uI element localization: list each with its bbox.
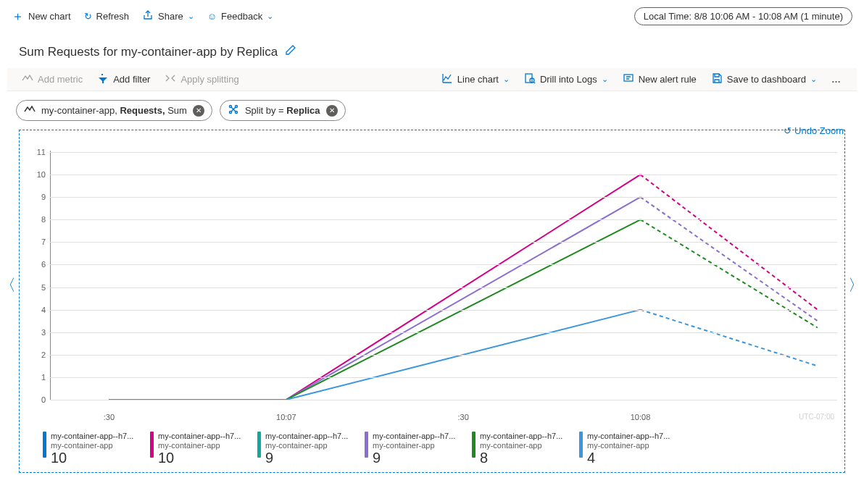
legend-item[interactable]: my-container-app--h7... my-container-app…: [150, 432, 252, 466]
smiley-icon: ☺: [207, 11, 217, 22]
legend-name: my-container-app--h7...: [158, 432, 241, 441]
next-button[interactable]: 〉: [848, 274, 864, 296]
legend-name: my-container-app--h7...: [51, 432, 133, 441]
share-button[interactable]: Share ⌄: [142, 9, 194, 23]
legend-value: 10: [51, 450, 133, 466]
logs-icon: [524, 72, 536, 86]
x-tick: :30: [104, 413, 115, 421]
legend-sub: my-container-app: [158, 441, 241, 450]
legend-name: my-container-app--h7...: [587, 432, 670, 441]
grid-line: [50, 377, 837, 378]
save-dashboard-label: Save to dashboard: [727, 74, 806, 85]
new-chart-button[interactable]: ＋ New chart: [12, 8, 71, 25]
legend-swatch: [579, 432, 583, 458]
split-icon: [165, 72, 176, 86]
chevron-down-icon: ⌄: [810, 75, 817, 84]
chip-split-prefix: Split by =: [245, 105, 286, 116]
time-range-selector[interactable]: Local Time: 8/8 10:06 AM - 10:08 AM (1 m…: [634, 7, 852, 25]
y-tick: 10: [28, 170, 46, 179]
close-icon[interactable]: ✕: [326, 105, 338, 117]
new-alert-label: New alert rule: [639, 74, 697, 85]
new-alert-button[interactable]: New alert rule: [623, 72, 697, 86]
save-dashboard-button[interactable]: Save to dashboard ⌄: [711, 72, 817, 86]
y-tick: 8: [28, 215, 46, 224]
drill-logs-label: Drill into Logs: [540, 74, 597, 85]
legend-swatch: [43, 432, 46, 458]
refresh-label: Refresh: [96, 11, 130, 22]
chip-metric-prefix: my-container-app,: [41, 105, 120, 116]
svg-rect-2: [624, 75, 633, 81]
grid-line: [50, 197, 837, 198]
alert-icon: [623, 72, 634, 86]
split-chip[interactable]: Split by = Replica ✕: [220, 100, 346, 121]
x-tick: 10:07: [276, 413, 296, 421]
y-tick: 3: [28, 328, 46, 337]
chart-legend: my-container-app--h7... my-container-app…: [22, 429, 842, 468]
chevron-down-icon: ⌄: [503, 75, 510, 84]
close-icon[interactable]: ✕: [193, 105, 204, 117]
legend-swatch: [150, 432, 154, 458]
legend-item[interactable]: my-container-app--h7... my-container-app…: [257, 432, 359, 466]
add-metric-button: Add metric: [22, 72, 83, 86]
new-chart-label: New chart: [28, 11, 71, 22]
y-tick: 7: [28, 238, 46, 246]
chevron-down-icon: ⌄: [602, 75, 608, 84]
legend-item[interactable]: my-container-app--h7... my-container-app…: [472, 432, 573, 466]
legend-value: 4: [587, 450, 670, 466]
undo-icon: ↺: [784, 125, 792, 136]
chip-split-value: Replica: [286, 105, 320, 116]
y-tick: 2: [28, 350, 46, 359]
y-tick: 9: [28, 193, 46, 201]
refresh-icon: ↻: [84, 11, 92, 22]
line-chart[interactable]: 01234567891011: [50, 138, 837, 413]
plus-icon: ＋: [12, 8, 24, 25]
feedback-button[interactable]: ☺ Feedback ⌄: [207, 11, 273, 22]
prev-button[interactable]: 〈: [0, 274, 16, 296]
grid-line: [50, 400, 837, 400]
grid-line: [50, 219, 837, 220]
edit-title-icon[interactable]: [285, 44, 296, 59]
drill-logs-button[interactable]: Drill into Logs ⌄: [524, 72, 608, 86]
grid-line: [50, 264, 837, 265]
grid-line: [50, 355, 837, 356]
legend-name: my-container-app--h7...: [480, 432, 562, 441]
grid-line: [50, 287, 837, 288]
chip-metric-bold: Requests,: [120, 105, 167, 116]
feedback-label: Feedback: [221, 11, 262, 22]
undo-zoom-label: Undo Zoom: [794, 125, 844, 136]
chip-metric-suffix: Sum: [167, 105, 187, 116]
grid-line: [50, 332, 837, 333]
add-metric-label: Add metric: [38, 74, 83, 85]
chevron-down-icon: ⌄: [267, 12, 273, 21]
undo-zoom-button[interactable]: ↺ Undo Zoom: [784, 125, 844, 136]
legend-sub: my-container-app: [587, 441, 670, 450]
legend-value: 9: [265, 450, 348, 466]
add-filter-button[interactable]: Add filter: [97, 72, 150, 86]
save-icon: [711, 72, 723, 86]
legend-sub: my-container-app: [480, 441, 562, 450]
grid-line: [50, 310, 837, 311]
series-line-forecast: [641, 197, 818, 321]
split-icon: [228, 104, 239, 117]
legend-item[interactable]: my-container-app--h7... my-container-app…: [43, 432, 144, 466]
x-tick: :30: [457, 413, 468, 421]
legend-item[interactable]: my-container-app--h7... my-container-app…: [365, 432, 466, 466]
series-line-forecast: [641, 219, 818, 327]
legend-name: my-container-app--h7...: [373, 432, 455, 441]
metric-chip[interactable]: my-container-app, Requests, Sum ✕: [16, 100, 212, 121]
legend-item[interactable]: my-container-app--h7... my-container-app…: [579, 432, 681, 466]
grid-line: [50, 175, 837, 175]
more-button[interactable]: …: [831, 74, 842, 85]
metric-icon: [24, 104, 36, 117]
chart-type-selector[interactable]: Line chart ⌄: [441, 72, 510, 86]
timezone-label: UTC-07:00: [799, 413, 834, 421]
add-filter-label: Add filter: [113, 74, 150, 85]
share-label: Share: [158, 11, 183, 22]
metric-icon: [22, 72, 33, 86]
apply-splitting-button: Apply splitting: [165, 72, 238, 86]
filter-icon: [97, 72, 109, 86]
y-tick: 11: [28, 148, 46, 156]
refresh-button[interactable]: ↻ Refresh: [84, 11, 130, 22]
chevron-down-icon: ⌄: [188, 12, 194, 21]
chart-type-label: Line chart: [457, 74, 499, 85]
